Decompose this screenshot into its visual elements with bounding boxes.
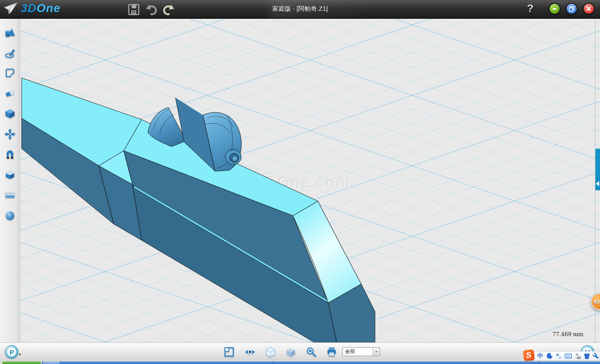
logo-3d: 3D	[21, 2, 37, 15]
window-title: 家庭版 - [阿帕奇.Z1]	[272, 5, 328, 13]
nose-front-face	[328, 284, 375, 342]
print-button[interactable]	[326, 346, 338, 358]
cockpit-contour-lines	[153, 109, 234, 168]
paper-plane-icon	[3, 2, 18, 15]
redo-button[interactable]	[162, 3, 175, 16]
solid-shapes-icon	[5, 27, 15, 38]
filter-dropdown-value: 全部	[343, 348, 372, 355]
app-logo-text: 3DOne	[21, 2, 60, 15]
expand-left-arrow-icon	[596, 181, 599, 186]
soft-keyboard-icon[interactable]	[565, 352, 572, 360]
tool-move-button[interactable]	[4, 128, 16, 140]
restore-button[interactable]	[566, 3, 578, 15]
taskbar-segment[interactable]	[42, 362, 600, 364]
tool-sketch-button[interactable]	[4, 47, 16, 59]
logo-one: One	[37, 2, 60, 15]
watermark: i3DOne.com	[250, 174, 351, 192]
move-arrows-icon	[5, 129, 15, 140]
tool-features-button[interactable]	[4, 108, 16, 120]
sphere-icon	[5, 210, 15, 221]
svg-text:14: 14	[578, 356, 581, 359]
tool-sidebar	[0, 19, 20, 342]
cube-icon	[5, 108, 15, 119]
taskbar-active-segment[interactable]	[43, 362, 60, 364]
layout-corner-icon	[224, 347, 235, 357]
app-logo: 3DOne	[3, 2, 60, 15]
nose-slope-face	[293, 201, 361, 303]
tool-edit-sketch-button[interactable]	[4, 67, 16, 79]
view-toolbar: P ▼	[0, 342, 600, 361]
tool-solids-button[interactable]	[4, 27, 16, 38]
filter-dropdown[interactable]: 全部 ▼	[342, 347, 380, 356]
eraser-icon	[5, 88, 15, 99]
profile-p-button[interactable]: P	[5, 345, 18, 359]
ime-toolbar: S 中 14	[522, 351, 600, 361]
cockpit-pod	[203, 112, 241, 171]
undo-arrow-icon	[145, 4, 158, 15]
tool-measure-button[interactable]	[4, 189, 16, 201]
tool-material-button[interactable]	[4, 210, 16, 222]
restore-icon	[569, 6, 575, 12]
taskbar-separator-2	[539, 362, 540, 364]
help-button[interactable]: ?	[527, 2, 533, 15]
shaded-cube-icon	[285, 347, 296, 357]
punctuation-icon[interactable]	[555, 352, 562, 360]
sketch-pencil-icon	[5, 47, 15, 58]
shaded-view-button[interactable]	[285, 346, 297, 358]
close-button[interactable]	[583, 3, 595, 15]
minimize-button[interactable]	[549, 3, 560, 15]
printer-icon	[326, 347, 337, 357]
undo-button[interactable]	[145, 3, 158, 16]
profile-caret-icon[interactable]: ▼	[18, 353, 22, 357]
gun-barrel-ring	[230, 153, 239, 162]
ime-chinese-mode-button[interactable]: 中	[537, 352, 544, 360]
collapsed-panel-tab[interactable]	[595, 149, 600, 190]
skin-shirt-icon[interactable]	[583, 352, 590, 360]
open-box-icon	[5, 170, 15, 180]
community-badge[interactable]: 63	[590, 293, 600, 310]
measurement-readout: 77.469 mm	[552, 331, 583, 337]
tool-constrain-button[interactable]	[4, 149, 16, 160]
layout-view-button[interactable]	[223, 346, 235, 358]
tool-combine-button[interactable]	[4, 169, 16, 181]
application-window: 3DOne 家庭版 - [阿帕奇.Z1] ?	[0, 0, 600, 364]
redo-arrow-icon	[162, 4, 175, 15]
nose-far-side-face	[318, 201, 361, 284]
cockpit-hood	[148, 107, 186, 147]
taskbar-separator	[273, 362, 274, 364]
tail-side-face	[22, 118, 114, 224]
titlebar: 3DOne 家庭版 - [阿帕奇.Z1] ?	[0, 0, 600, 19]
tool-erase-button[interactable]	[4, 87, 16, 99]
dropdown-arrow-icon[interactable]: ▼	[372, 348, 380, 356]
taskbar-start-segment[interactable]	[2, 362, 41, 364]
eye-icon	[244, 347, 256, 357]
viewport-canvas[interactable]: i3DOne.com	[20, 19, 600, 342]
fuselage-top-face	[124, 120, 318, 216]
sogou-logo-icon[interactable]: S	[523, 349, 535, 362]
save-floppy-icon	[128, 4, 140, 15]
magnifier-icon	[306, 347, 317, 357]
wireframe-view-button[interactable]	[265, 346, 276, 358]
tail-top-face	[22, 78, 142, 166]
tail-end-face	[99, 166, 142, 240]
windshield-panel	[175, 97, 215, 171]
close-icon	[586, 6, 592, 12]
fullwidth-moon-icon[interactable]	[546, 352, 553, 360]
windshield-edge-highlight	[175, 97, 203, 115]
rounded-rect-icon	[5, 67, 15, 78]
wedge-top-face	[99, 151, 132, 184]
ruler-icon	[5, 190, 15, 201]
settings-wrench-icon[interactable]	[592, 352, 600, 360]
user-level-icon[interactable]: 14	[574, 352, 581, 360]
magnet-icon	[5, 149, 15, 160]
zoom-view-button[interactable]	[305, 346, 317, 358]
visibility-button[interactable]	[244, 346, 256, 358]
os-taskbar-sliver	[0, 361, 600, 364]
wireframe-cube-icon	[265, 347, 276, 357]
cockpit-module	[148, 97, 241, 171]
save-button[interactable]	[127, 3, 140, 16]
minimize-icon	[552, 6, 558, 12]
gun-barrel-outer	[225, 150, 241, 165]
chine-highlight-edge	[134, 187, 328, 302]
lower-hull-face	[132, 184, 337, 342]
